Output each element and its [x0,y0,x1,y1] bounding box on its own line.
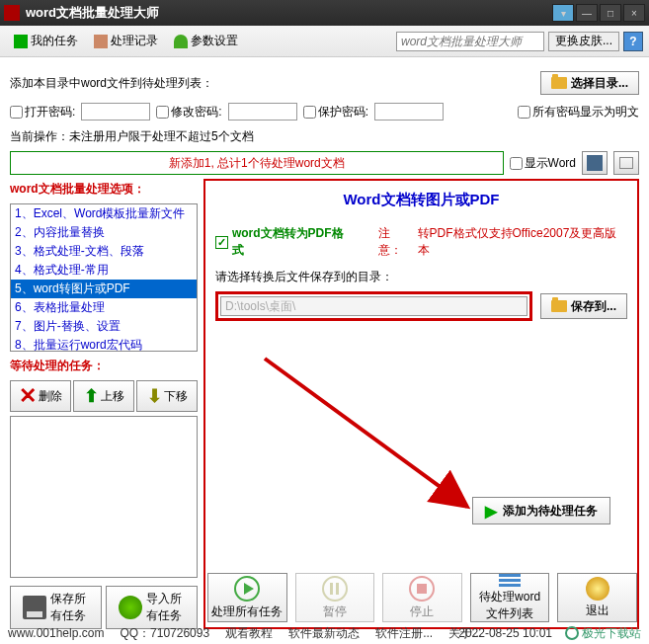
note-prefix: 注意： [378,225,414,259]
logo-icon [565,626,579,640]
protect-pw-check[interactable]: 保护密码: [303,104,368,121]
stop-button[interactable]: 停止 [382,573,462,622]
pending-list-button[interactable]: 待处理word文件列表 [470,573,550,622]
import-icon [119,596,142,619]
pending-list[interactable] [10,416,198,578]
watermark: 极光下载站 [565,625,641,642]
folder-icon [551,77,567,89]
process-all-button[interactable]: 处理所有任务 [207,573,287,622]
status-line: www.001help.com QQ：710726093 观看教程 软件最新动态… [8,624,641,642]
svg-line-0 [265,359,467,507]
annotation-arrow [255,349,492,526]
arrow-up-icon: ⬆ [84,385,99,407]
save-all-button[interactable]: 保存所有任务 [10,586,102,629]
option-item[interactable]: 6、表格批量处理 [11,298,197,317]
move-down-button[interactable]: ⬇下移 [136,380,198,412]
options-header: word文档批量处理选项： [10,179,198,200]
options-list[interactable]: 1、Excel、Word模板批量新文件 2、内容批量替换 3、格式处理-文档、段… [10,203,198,352]
add-dir-label: 添加本目录中word文件到待处理列表： [10,75,213,92]
path-input[interactable] [220,296,527,316]
save-icon-button[interactable] [582,151,608,175]
pdf-check-label: word文档转为PDF格式 [232,225,355,259]
modify-pw-input[interactable] [228,103,297,121]
protect-pw-input[interactable] [374,103,444,121]
register-link[interactable]: 软件注册... [375,625,433,642]
import-all-button[interactable]: 导入所有任务 [106,586,198,629]
checkbox-icon[interactable]: ✓ [215,236,228,249]
add-task-button[interactable]: ▶ 添加为待处理任务 [472,497,610,524]
search-input[interactable] [396,32,544,51]
option-item-selected[interactable]: 5、word转图片或PDF [11,280,197,298]
titlebar: word文档批量处理大师 ▾ — □ × [0,0,649,26]
pause-icon [322,576,348,602]
exit-button[interactable]: 退出 [557,573,637,622]
arrow-down-icon: ⬇ [147,385,162,407]
extra-button[interactable]: ▾ [552,4,574,22]
skin-button[interactable]: 更换皮肤... [548,32,619,51]
tab-my-tasks[interactable]: 我的任务 [6,29,86,53]
help-button[interactable]: ? [623,32,643,51]
option-item[interactable]: 2、内容批量替换 [11,223,197,242]
stop-icon [409,576,435,602]
current-op-label: 当前操作：未注册用户限于处理不超过5个文档 [10,128,639,145]
delete-button[interactable]: ✕删除 [10,380,71,412]
option-item[interactable]: 7、图片-替换、设置 [11,317,197,336]
footer-buttons: 处理所有任务 暂停 停止 待处理word文件列表 退出 [207,573,637,622]
option-item[interactable]: 8、批量运行word宏代码 [11,336,197,352]
pause-button[interactable]: 暂停 [295,573,375,622]
modify-pw-check[interactable]: 修改密码: [156,104,221,121]
window-icon-button[interactable] [613,151,639,175]
open-pw-check[interactable]: 打开密码: [10,104,75,121]
exit-icon [586,577,609,601]
app-icon [4,5,20,21]
x-icon: ✕ [19,383,37,409]
url-label[interactable]: www.001help.com [8,626,104,640]
window-buttons: ▾ — □ × [552,4,645,22]
minimize-button[interactable]: — [576,4,598,22]
news-link[interactable]: 软件最新动态 [288,625,360,642]
tab-history[interactable]: 处理记录 [86,29,166,53]
note-text: 转PDF格式仅支持Office2007及更高版本 [418,225,628,259]
window-icon [619,157,633,169]
status-text: 新添加1, 总计1个待处理word文档 [10,151,504,175]
qq-label: QQ：710726093 [120,625,209,642]
show-word-check[interactable]: 显示Word [510,155,576,172]
tree-icon [174,35,188,48]
folder-icon [551,300,567,312]
tutorial-link[interactable]: 观看教程 [225,625,273,642]
disk-icon [587,155,603,171]
list-icon [499,574,521,587]
dir-label: 请选择转换后文件保存到的目录： [215,269,627,285]
app-title: word文档批量处理大师 [26,4,552,22]
play-icon: ▶ [485,502,497,521]
option-item[interactable]: 3、格式处理-文档、段落 [11,242,197,261]
briefcase-icon [94,35,108,48]
select-dir-button[interactable]: 选择目录... [540,71,639,95]
right-panel: Word文档转图片或PDF ✓ word文档转为PDF格式 注意： 转PDF格式… [203,179,639,629]
option-item[interactable]: 4、格式处理-常用 [11,261,197,280]
play-icon [234,576,260,602]
show-plain-check[interactable]: 所有密码显示为明文 [518,104,639,121]
time-label: 2022-08-25 10:01 [458,626,552,640]
pending-header: 等待处理的任务： [10,356,198,376]
close-button[interactable]: × [623,4,645,22]
main-toolbar: 我的任务 处理记录 参数设置 更换皮肤... ? [0,26,649,57]
disk-icon [23,596,46,619]
maximize-button[interactable]: □ [600,4,621,22]
save-to-button[interactable]: 保存到... [540,293,627,319]
path-highlight [215,291,532,321]
play-icon [14,35,28,48]
open-pw-input[interactable] [81,103,150,121]
move-up-button[interactable]: ⬆上移 [73,380,134,412]
panel-title: Word文档转图片或PDF [215,191,627,209]
option-item[interactable]: 1、Excel、Word模板批量新文件 [11,204,197,223]
tab-settings[interactable]: 参数设置 [166,29,246,53]
